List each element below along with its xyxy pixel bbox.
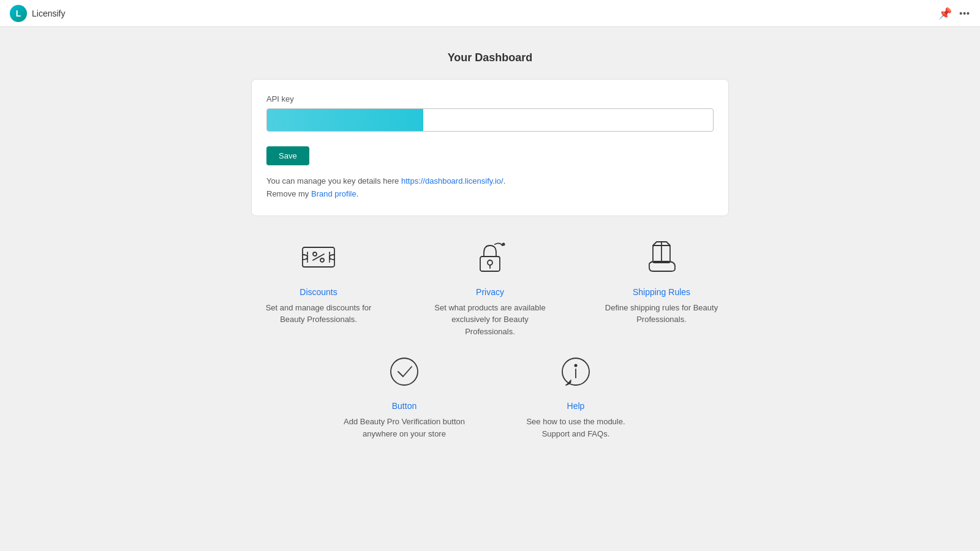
svg-point-7	[488, 260, 492, 265]
shipping-icon	[639, 236, 684, 280]
feature-discounts: Discounts Set and manage discounts for B…	[257, 236, 380, 338]
svg-point-9	[502, 242, 505, 246]
page-title: Your Dashboard	[448, 51, 533, 64]
feature-grid-top: Discounts Set and manage discounts for B…	[251, 236, 729, 338]
button-link[interactable]: Button	[392, 401, 417, 411]
svg-point-16	[391, 358, 418, 385]
more-icon[interactable]: •••	[959, 9, 970, 18]
feature-privacy: Privacy Set what products are available …	[429, 236, 551, 338]
discounts-desc: Set and manage discounts for Beauty Prof…	[257, 302, 380, 326]
privacy-desc: Set what products are available exclusiv…	[429, 302, 551, 338]
svg-point-1	[313, 252, 317, 256]
privacy-link[interactable]: Privacy	[476, 287, 504, 297]
topbar-left: L Licensify	[10, 5, 65, 22]
save-button[interactable]: Save	[266, 146, 309, 165]
topbar-right: 📌 •••	[938, 7, 970, 20]
help-icon	[554, 350, 598, 394]
logo: L	[10, 5, 27, 22]
shipping-link[interactable]: Shipping Rules	[633, 287, 690, 297]
discounts-link[interactable]: Discounts	[300, 287, 337, 297]
svg-rect-6	[480, 257, 500, 271]
privacy-icon	[468, 236, 512, 280]
help-desc: See how to use the module. Support and F…	[514, 416, 637, 440]
api-info-line2: Remove my	[266, 189, 311, 198]
svg-point-18	[575, 364, 578, 367]
api-key-input[interactable]	[266, 108, 714, 132]
brand-profile-link[interactable]: Brand profile	[311, 189, 356, 198]
help-link[interactable]: Help	[567, 401, 585, 411]
main-content: Your Dashboard API key Save You can mana…	[0, 27, 980, 464]
feature-button: Button Add Beauty Pro Verification butto…	[343, 350, 466, 440]
topbar: L Licensify 📌 •••	[0, 0, 980, 27]
svg-point-2	[320, 258, 324, 262]
feature-grid-bottom: Button Add Beauty Pro Verification butto…	[337, 350, 643, 440]
svg-line-3	[313, 254, 324, 260]
shipping-desc: Define shipping rules for Beauty Profess…	[600, 302, 723, 326]
api-info: You can manage you key details here http…	[266, 175, 714, 201]
api-key-label: API key	[266, 94, 714, 103]
button-icon	[382, 350, 426, 394]
feature-help: Help See how to use the module. Support …	[514, 350, 637, 440]
pin-icon[interactable]: 📌	[938, 7, 952, 20]
api-info-line1: You can manage you key details here	[266, 176, 401, 186]
dashboard-link[interactable]: https://dashboard.licensify.io/	[401, 176, 503, 186]
brand-name: Licensify	[32, 9, 65, 18]
button-desc: Add Beauty Pro Verification button anywh…	[343, 416, 466, 440]
feature-shipping: Shipping Rules Define shipping rules for…	[600, 236, 723, 338]
discounts-icon	[296, 236, 341, 280]
api-card: API key Save You can manage you key deta…	[251, 79, 729, 216]
